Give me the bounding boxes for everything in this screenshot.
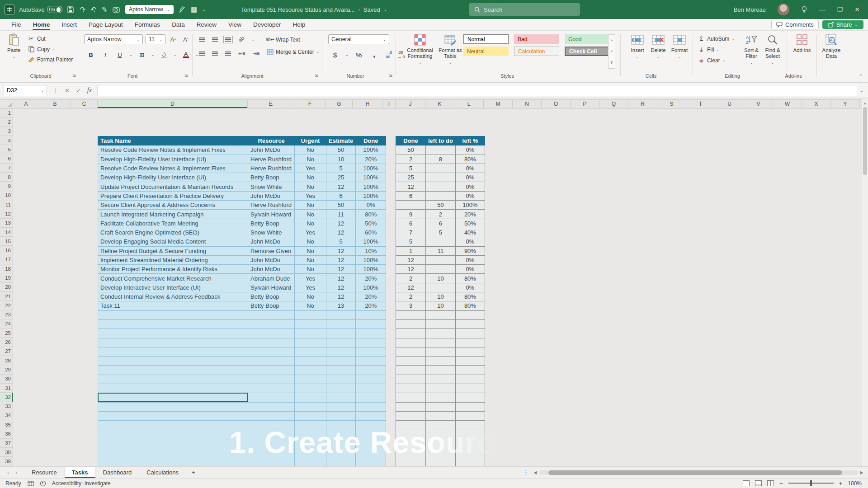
font-color-button[interactable]: A [181, 50, 191, 60]
cell[interactable] [426, 164, 456, 173]
vertical-scroll-thumb[interactable] [863, 107, 867, 175]
cell[interactable] [248, 411, 295, 420]
row-header-31[interactable]: 31 [0, 384, 13, 393]
cell[interactable] [455, 357, 485, 366]
cell[interactable]: left % [455, 136, 485, 145]
table-row[interactable] [396, 329, 485, 338]
cell[interactable]: Secure Client Approval & Address Concern… [98, 201, 248, 210]
row-header-34[interactable]: 34 [0, 411, 13, 420]
row-header-30[interactable]: 30 [0, 375, 13, 384]
cell[interactable] [396, 310, 426, 319]
percent-format-button[interactable]: % [354, 50, 364, 60]
cell[interactable]: 12 [326, 219, 356, 228]
column-header-P[interactable]: P [571, 100, 599, 108]
table-row[interactable]: Conduct Comprehensive Market ResearchAbr… [98, 274, 386, 283]
cell[interactable]: No [295, 246, 326, 255]
confirm-entry-icon[interactable]: ✓ [76, 87, 81, 94]
cell[interactable] [356, 347, 386, 356]
table-row[interactable]: 9220% [396, 210, 485, 219]
cell[interactable]: 12 [326, 228, 356, 237]
cell[interactable] [326, 375, 356, 384]
row-header-28[interactable]: 28 [0, 356, 13, 365]
row-header-38[interactable]: 38 [0, 448, 13, 457]
cell[interactable]: 50 [326, 201, 356, 210]
cell[interactable]: 12 [396, 255, 426, 264]
sheet-nav-right-icon[interactable]: › [15, 469, 17, 476]
cell[interactable]: Betty Boop [248, 219, 295, 228]
column-header-I[interactable]: I [383, 100, 396, 108]
table-row[interactable] [98, 402, 386, 411]
merge-center-button[interactable]: Merge & Center⌄ [267, 48, 319, 55]
zoom-out-icon[interactable]: − [779, 480, 783, 487]
cell[interactable]: Task Name [98, 136, 248, 145]
table-row[interactable] [98, 319, 386, 328]
table-row[interactable] [98, 384, 386, 393]
cell[interactable] [455, 375, 485, 384]
cell[interactable] [248, 402, 295, 411]
cell[interactable] [248, 310, 295, 319]
table-row[interactable] [98, 338, 386, 347]
cell[interactable]: 100% [356, 191, 386, 200]
table-row[interactable]: 60% [396, 191, 485, 200]
cell[interactable]: John McDo [248, 255, 295, 264]
cell[interactable] [326, 338, 356, 347]
cell[interactable] [455, 347, 485, 356]
cell[interactable] [356, 329, 386, 338]
sheet-tab-tasks[interactable]: Tasks [65, 467, 96, 478]
lightbulb-icon[interactable] [801, 6, 807, 13]
row-header-2[interactable]: 2 [0, 117, 13, 127]
table-row[interactable]: 120% [396, 255, 485, 264]
page-break-view-icon[interactable] [767, 480, 774, 486]
name-box[interactable]: D32 ⌄ [4, 85, 47, 96]
table-row[interactable]: 50% [396, 164, 485, 173]
cell[interactable] [248, 347, 295, 356]
row-header-21[interactable]: 21 [0, 292, 13, 301]
cell[interactable]: 5 [426, 228, 456, 237]
table-row[interactable] [396, 384, 485, 393]
column-header-W[interactable]: W [773, 100, 802, 108]
cell[interactable]: John McDo [248, 237, 295, 246]
cell[interactable]: 80% [455, 301, 485, 310]
decrease-font-button[interactable]: Aˇ [181, 34, 191, 44]
hscroll-right-arrow[interactable]: ▶ [860, 470, 863, 475]
cell[interactable] [326, 319, 356, 328]
share-button[interactable]: Share ⌄ [822, 20, 863, 29]
column-headers[interactable]: ABCDEFGHIJKLMNOPQRSTUVWXY [0, 99, 868, 108]
cell[interactable]: 3 [396, 301, 426, 310]
cell[interactable]: 0% [356, 201, 386, 210]
align-left-button[interactable] [199, 52, 205, 56]
cell[interactable]: 25 [396, 173, 426, 182]
cell[interactable]: No [295, 219, 326, 228]
cell[interactable] [396, 329, 426, 338]
table-row[interactable]: Resolve Code Review Notes & Implement Fi… [98, 164, 386, 173]
cell[interactable] [248, 375, 295, 384]
cell[interactable]: 100% [356, 265, 386, 274]
cell[interactable] [295, 411, 326, 420]
cell[interactable] [356, 338, 386, 347]
cell[interactable] [98, 384, 248, 393]
cell[interactable]: Remorse Given [248, 246, 295, 255]
row-header-7[interactable]: 7 [0, 164, 13, 173]
cell[interactable]: 20% [455, 210, 485, 219]
cell[interactable] [455, 384, 485, 393]
row-header-33[interactable]: 33 [0, 402, 13, 411]
sheet-tab-dashboard[interactable]: Dashboard [96, 467, 140, 478]
cell-style-calculation[interactable]: Calculation [514, 47, 559, 56]
cell[interactable]: No [295, 182, 326, 191]
cell[interactable]: 5 [326, 237, 356, 246]
menu-tab-insert[interactable]: Insert [57, 20, 82, 29]
cell[interactable] [426, 384, 456, 393]
cell[interactable]: 100% [356, 237, 386, 246]
cell[interactable] [248, 319, 295, 328]
table-row[interactable] [396, 347, 485, 356]
cell[interactable]: 50 [396, 145, 426, 155]
alignment-dialog-launcher[interactable]: ⇲ [315, 73, 318, 78]
cell[interactable]: John McDo [248, 191, 295, 200]
undo-button[interactable]: ↶⌄ [91, 5, 96, 14]
table-row[interactable]: 7540% [396, 228, 485, 237]
table-row[interactable]: Develop High-Fidelity User Interface (UI… [98, 173, 386, 182]
clipboard-dialog-launcher[interactable]: ⇲ [72, 73, 76, 78]
cell-style-neutral[interactable]: Neutral [463, 47, 509, 56]
cell[interactable] [426, 329, 456, 338]
cell[interactable]: 100% [356, 164, 386, 173]
